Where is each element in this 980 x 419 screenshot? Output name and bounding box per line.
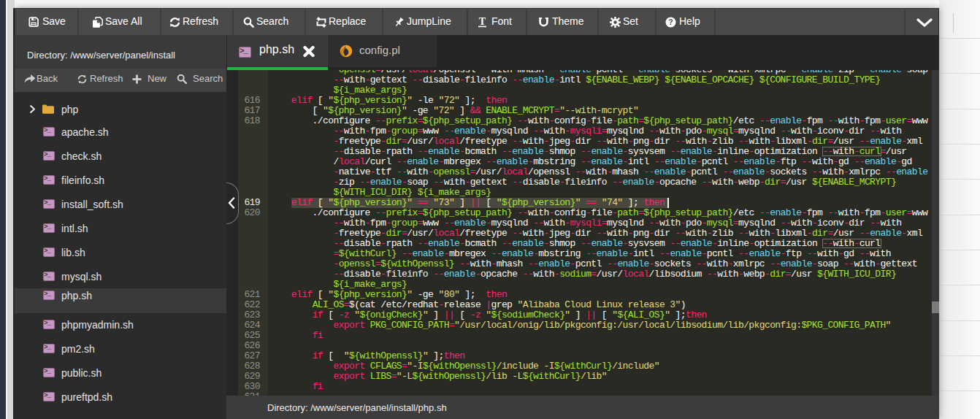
svg-text:T: T bbox=[479, 17, 486, 27]
svg-text:?: ? bbox=[668, 18, 673, 26]
